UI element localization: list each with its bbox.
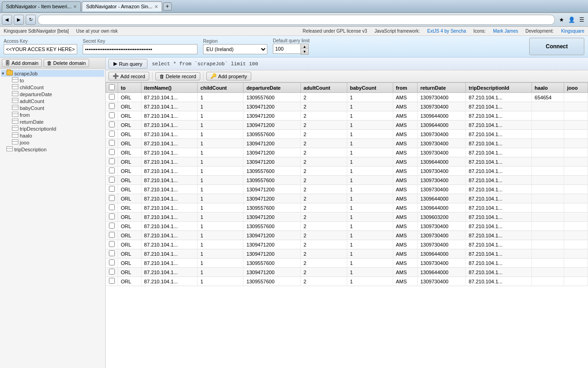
cell-12-1[interactable]: 87.210.104.1...	[141, 203, 198, 213]
cell-6-3[interactable]: 1309471200	[243, 148, 300, 157]
cell-2-4[interactable]: 2	[300, 111, 347, 121]
cell-4-9[interactable]	[531, 130, 564, 139]
table-row[interactable]: ORL87.210.104.1...1130947120021AMS130973…	[106, 240, 588, 249]
cell-6-0[interactable]: ORL	[118, 148, 141, 157]
col-header-to[interactable]: to	[118, 83, 141, 93]
cell-20-4[interactable]: 2	[300, 277, 347, 286]
cell-20-0[interactable]: ORL	[118, 277, 141, 286]
cell-8-10[interactable]	[564, 167, 588, 176]
sidebar-item-adultCount[interactable]: adultCount	[1, 98, 104, 104]
cell-2-10[interactable]	[564, 111, 588, 121]
cell-7-5[interactable]: 1	[347, 157, 393, 167]
cell-14-10[interactable]	[564, 222, 588, 231]
back-button[interactable]: ◀	[2, 15, 12, 25]
cell-7-2[interactable]: 1	[198, 157, 243, 167]
data-table-wrap[interactable]: toitemName()childCountdepartureDateadult…	[106, 82, 588, 368]
forward-button[interactable]: ▶	[14, 15, 24, 25]
cell-13-10[interactable]	[564, 213, 588, 222]
cell-2-2[interactable]: 1	[198, 111, 243, 121]
cell-13-1[interactable]: 87.210.104.1...	[141, 213, 198, 222]
cell-19-10[interactable]	[564, 268, 588, 277]
cell-13-3[interactable]: 1309471200	[243, 213, 300, 222]
cell-10-2[interactable]: 1	[198, 185, 243, 194]
cell-8-8[interactable]: 87.210.104.1...	[466, 167, 531, 176]
cell-11-5[interactable]: 1	[347, 194, 393, 203]
cell-19-8[interactable]: 87.210.104.1...	[466, 268, 531, 277]
cell-5-7[interactable]: 1309730400	[417, 139, 465, 148]
row-checkbox-6[interactable]	[109, 149, 115, 155]
row-checkbox-14[interactable]	[109, 223, 115, 229]
table-row[interactable]: ORL87.210.104.1...1130955760021AMS130973…	[106, 167, 588, 176]
cell-12-7[interactable]: 1309644000	[417, 203, 465, 213]
cell-16-6[interactable]: AMS	[393, 240, 417, 249]
tree-toggle-scrapeJob[interactable]: ▼	[1, 71, 6, 76]
row-checkbox-18[interactable]	[109, 259, 115, 265]
tab-1[interactable]: SdbNavigator - Item beweri... ✕	[2, 1, 81, 12]
row-checkbox-0[interactable]	[109, 94, 115, 100]
cell-7-9[interactable]	[531, 157, 564, 167]
cell-4-3[interactable]: 1309557600	[243, 130, 300, 139]
cell-1-10[interactable]	[564, 102, 588, 111]
row-checkbox-cell-11[interactable]	[106, 194, 118, 203]
cell-14-8[interactable]: 87.210.104.1...	[466, 222, 531, 231]
table-row[interactable]: ORL87.210.104.1...1130947120021AMS130964…	[106, 268, 588, 277]
cell-6-10[interactable]	[564, 148, 588, 157]
cell-20-9[interactable]	[531, 277, 564, 286]
cell-14-1[interactable]: 87.210.104.1...	[141, 222, 198, 231]
cell-4-4[interactable]: 2	[300, 130, 347, 139]
table-row[interactable]: ORL87.210.104.1...1130947120021AMS130964…	[106, 194, 588, 203]
cell-12-0[interactable]: ORL	[118, 203, 141, 213]
cell-6-6[interactable]: AMS	[393, 148, 417, 157]
sidebar-item-tripDescriptionId[interactable]: tripDescriptionId	[1, 125, 104, 132]
cell-11-7[interactable]: 1309644000	[417, 194, 465, 203]
cell-7-0[interactable]: ORL	[118, 157, 141, 167]
cell-18-4[interactable]: 2	[300, 259, 347, 268]
sidebar-item-departureDate[interactable]: departureDate	[1, 91, 104, 98]
cell-8-2[interactable]: 1	[198, 167, 243, 176]
cell-19-6[interactable]: AMS	[393, 268, 417, 277]
cell-17-9[interactable]	[531, 249, 564, 259]
row-checkbox-11[interactable]	[109, 195, 115, 201]
cell-4-2[interactable]: 1	[198, 130, 243, 139]
cell-4-5[interactable]: 1	[347, 130, 393, 139]
sidebar-item-returnDate[interactable]: returnDate	[1, 118, 104, 125]
cell-10-3[interactable]: 1309471200	[243, 185, 300, 194]
tab-1-close[interactable]: ✕	[73, 4, 77, 9]
select-all-checkbox[interactable]	[109, 84, 115, 90]
cell-16-9[interactable]	[531, 240, 564, 249]
cell-19-3[interactable]: 1309471200	[243, 268, 300, 277]
cell-8-9[interactable]	[531, 167, 564, 176]
delete-record-button[interactable]: 🗑 Delete record	[155, 72, 200, 80]
row-checkbox-cell-19[interactable]	[106, 268, 118, 277]
cell-9-8[interactable]: 87.210.104.1...	[466, 176, 531, 185]
cell-8-0[interactable]: ORL	[118, 167, 141, 176]
row-checkbox-cell-12[interactable]	[106, 203, 118, 213]
secret-key-input[interactable]	[83, 44, 198, 54]
table-row[interactable]: ORL87.210.104.1...1130947120021AMS130973…	[106, 139, 588, 148]
cell-8-7[interactable]: 1309730400	[417, 167, 465, 176]
cell-15-1[interactable]: 87.210.104.1...	[141, 231, 198, 240]
cell-11-1[interactable]: 87.210.104.1...	[141, 194, 198, 203]
tab-2[interactable]: SdbNavigator - Amazon Sin... ✕	[82, 1, 162, 12]
row-checkbox-cell-2[interactable]	[106, 111, 118, 121]
cell-5-1[interactable]: 87.210.104.1...	[141, 139, 198, 148]
cell-11-10[interactable]	[564, 194, 588, 203]
cell-20-1[interactable]: 87.210.104.1...	[141, 277, 198, 286]
col-header-childCount[interactable]: childCount	[198, 83, 243, 93]
row-checkbox-cell-17[interactable]	[106, 249, 118, 259]
cell-8-6[interactable]: AMS	[393, 167, 417, 176]
table-row[interactable]: ORL87.210.104.1...1130955760021AMS130973…	[106, 222, 588, 231]
sidebar-item-scrapeJob[interactable]: ▼scrapeJob	[1, 70, 104, 77]
cell-1-5[interactable]: 1	[347, 102, 393, 111]
table-row[interactable]: ORL87.210.104.1...1130947120021AMS130964…	[106, 249, 588, 259]
cell-18-8[interactable]: 87.210.104.1...	[466, 259, 531, 268]
cell-15-4[interactable]: 2	[300, 231, 347, 240]
refresh-button[interactable]: ↻	[26, 15, 36, 25]
sidebar-item-jooo[interactable]: jooo	[1, 139, 104, 146]
cell-8-1[interactable]: 87.210.104.1...	[141, 167, 198, 176]
cell-4-8[interactable]: 87.210.104.1...	[466, 130, 531, 139]
cell-17-3[interactable]: 1309471200	[243, 249, 300, 259]
cell-12-8[interactable]: 87.210.104.1...	[466, 203, 531, 213]
cell-12-3[interactable]: 1309557600	[243, 203, 300, 213]
cell-16-10[interactable]	[564, 240, 588, 249]
